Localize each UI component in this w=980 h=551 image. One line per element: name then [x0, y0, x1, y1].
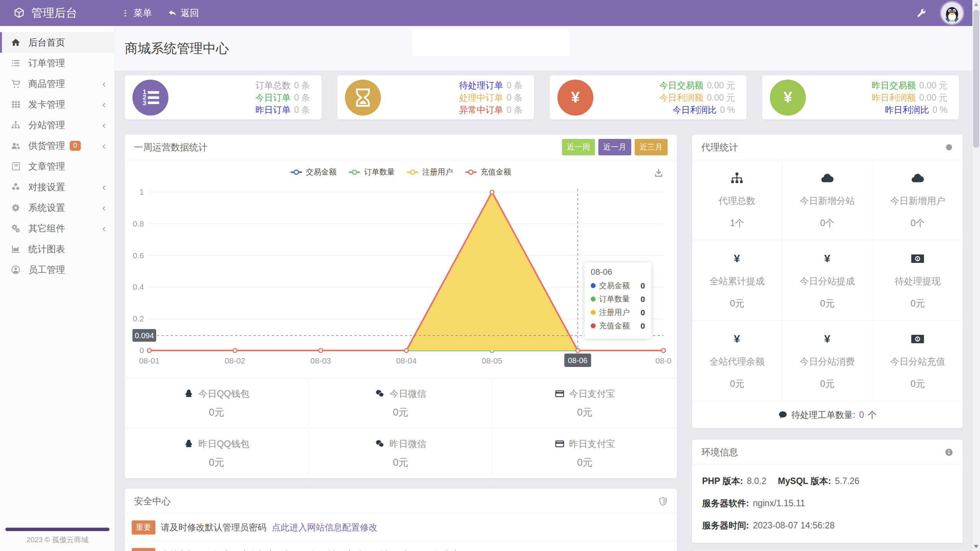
agent-stat-value: 0元: [910, 297, 924, 310]
range-button[interactable]: 近一周: [562, 139, 595, 155]
wallet-icon: [375, 389, 385, 399]
weekly-stats-panel: 一周运营数据统计 近一周 近一月 近三月: [125, 135, 677, 478]
stat-row: 昨日订单0条: [255, 104, 310, 116]
svg-text:08-05: 08-05: [482, 356, 502, 365]
stat-card: 待处理订单0条 处理中订单0条 异常中订单0条: [337, 75, 534, 119]
tooltip-series-name: 充值金额: [599, 321, 630, 331]
sidebar-item-label: 供货管理: [28, 140, 65, 152]
mysql-version-label: MySQL 版本:: [778, 476, 831, 486]
agent-stat-label: 全站代理余额: [709, 355, 764, 368]
stat-label: 今日利润比: [673, 105, 717, 115]
pending-tickets-value: 0: [859, 410, 864, 420]
back-button[interactable]: 返回: [168, 7, 199, 19]
stat-row: 昨日交易额0.00元: [872, 79, 947, 91]
sidebar-item-icon: [11, 182, 21, 192]
notice-text: 请及时修改默认管理员密码: [161, 522, 266, 533]
sidebar-item[interactable]: 对接设置: [0, 177, 115, 197]
sidebar-item-label: 文章管理: [28, 160, 65, 173]
wallet-stat: 昨日支付宝 0元: [493, 428, 677, 478]
sidebar-item-label: 发卡管理: [28, 98, 65, 111]
range-button[interactable]: 近三月: [635, 139, 668, 155]
agent-stat-icon: ¥: [730, 251, 744, 266]
stat-unit: 条: [514, 80, 523, 90]
sidebar-item[interactable]: 系统设置: [0, 197, 115, 218]
agent-stat-label: 今日新增分站: [800, 195, 855, 207]
legend-item[interactable]: 交易金额: [291, 167, 336, 177]
agent-stat-icon: ¥: [820, 251, 835, 266]
chevron-left-icon: [102, 141, 106, 151]
stat-card-icon: [345, 80, 381, 116]
legend-item[interactable]: 订单数量: [349, 167, 395, 177]
agent-stat-value: 0元: [910, 378, 924, 390]
svg-text:0.6: 0.6: [133, 251, 144, 260]
wallet-stat: 昨日微信 0元: [309, 428, 493, 478]
server-time-label: 服务器时间:: [702, 520, 749, 530]
stat-card-rows: 昨日交易额0.00元 昨日利润额0.00元 昨日利润比0%: [872, 79, 947, 116]
legend-item[interactable]: 充值金额: [465, 167, 511, 177]
topbar: 管理后台 菜单 返回: [0, 0, 980, 26]
agent-stat-icon: ¥: [730, 332, 744, 346]
scroll-thumb[interactable]: [973, 10, 979, 148]
sidebar-item[interactable]: 商品管理: [0, 73, 115, 94]
topbar-right: [916, 2, 980, 24]
wrench-icon[interactable]: [916, 8, 926, 18]
stat-value: 0.00: [919, 93, 936, 103]
series-dot: [591, 323, 596, 328]
scroll-down-arrow[interactable]: [974, 545, 978, 548]
agent-stat-icon: [730, 171, 744, 186]
count-badge: 0: [70, 141, 81, 151]
svg-text:¥: ¥: [734, 333, 740, 345]
svg-text:3: 3: [143, 99, 146, 106]
security-panel: 安全中心 重要 请及时修改默认管理员密码 点此进入网站信息配置修改: [125, 489, 677, 551]
stat-card-rows: 待处理订单0条 处理中订单0条 异常中订单0条: [459, 79, 523, 116]
sidebar-item-icon: [11, 203, 21, 213]
sidebar-item[interactable]: 发卡管理: [0, 94, 115, 115]
sidebar-item[interactable]: 供货管理 0: [0, 135, 115, 156]
svg-text:0: 0: [139, 346, 144, 355]
stat-label: 异常中订单: [459, 105, 503, 115]
agent-stat: ¥ 全站累计提成 0元: [692, 240, 782, 321]
wallet-value: 0元: [577, 406, 592, 419]
sidebar-item[interactable]: 其它组件: [0, 218, 115, 239]
security-notice-list: 重要 请及时修改默认管理员密码 点此进入网站信息配置修改 重要 当前主机的数据库…: [125, 514, 677, 551]
agent-stat-value: 0个: [820, 217, 834, 229]
back-arrow-icon: [168, 9, 177, 18]
config-link[interactable]: 点此进入网站信息配置修改: [272, 522, 377, 533]
svg-text:08-01: 08-01: [139, 356, 160, 365]
stat-unit: 条: [514, 93, 523, 103]
sidebar-item-label: 商品管理: [28, 78, 65, 90]
sidebar-item[interactable]: 统计图表: [0, 239, 115, 259]
sidebar-item[interactable]: 员工管理: [0, 259, 115, 280]
legend-label: 注册用户: [422, 167, 453, 177]
svg-text:08-0: 08-0: [655, 356, 671, 365]
sidebar-item[interactable]: 分站管理: [0, 115, 115, 135]
agent-stat: 代理总数 1个: [692, 160, 782, 240]
important-badge: 重要: [132, 520, 155, 535]
menu-toggle[interactable]: 菜单: [121, 7, 152, 19]
stat-row: 今日利润额0.00元: [659, 91, 735, 104]
series-dot: [591, 310, 596, 315]
sidebar-item-label: 统计图表: [28, 243, 65, 255]
cube-logo-icon: [13, 7, 25, 19]
wallet-stat: 今日微信 0元: [309, 378, 493, 428]
agent-stat-label: 全站累计提成: [709, 275, 764, 287]
sidebar-item[interactable]: 订单管理: [0, 53, 115, 73]
legend-label: 交易金额: [306, 167, 336, 177]
range-button[interactable]: 近一月: [598, 139, 631, 155]
avatar[interactable]: [941, 2, 963, 24]
wallet-stat: 今日QQ钱包 0元: [125, 378, 309, 428]
legend-item[interactable]: 注册用户: [407, 167, 453, 177]
download-icon[interactable]: [653, 168, 664, 178]
agent-stat-label: 今日分站充值: [890, 355, 945, 368]
env-row-versions: PHP 版本:8.0.2MySQL 版本:5.7.26: [692, 465, 963, 487]
scrollbar: [972, 0, 980, 551]
scroll-up-arrow[interactable]: [974, 3, 978, 6]
sidebar-item[interactable]: 文章管理: [0, 156, 115, 177]
series-dot: [591, 297, 596, 302]
menu-label: 菜单: [134, 7, 152, 19]
sidebar-item[interactable]: 后台首页: [0, 32, 115, 53]
stat-card-icon: ¥: [557, 80, 593, 116]
agent-stat: ¥ 今日分站消费 0元: [782, 321, 873, 401]
brand[interactable]: 管理后台: [0, 5, 115, 21]
panel-title: 安全中心: [134, 495, 171, 507]
